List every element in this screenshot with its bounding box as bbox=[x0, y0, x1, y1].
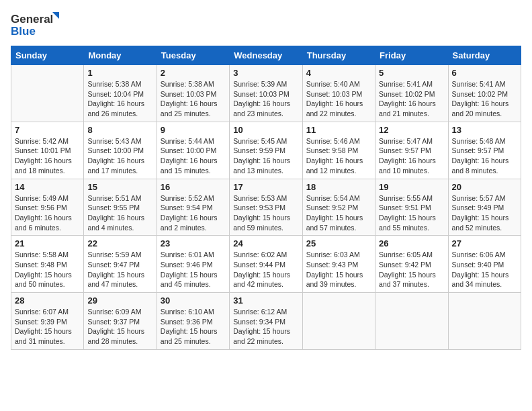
day-number: 11 bbox=[306, 125, 371, 135]
header: GeneralBlue bbox=[11, 11, 521, 38]
calendar-cell: 5Sunrise: 5:41 AM Sunset: 10:02 PM Dayli… bbox=[375, 65, 448, 122]
day-number: 13 bbox=[452, 125, 517, 135]
day-number: 12 bbox=[379, 125, 444, 135]
day-number: 21 bbox=[15, 238, 80, 248]
calendar-cell: 24Sunrise: 6:02 AM Sunset: 9:44 PM Dayli… bbox=[230, 236, 302, 293]
day-number: 4 bbox=[306, 68, 371, 78]
calendar-cell bbox=[448, 293, 521, 350]
header-cell-sunday: Sunday bbox=[11, 46, 84, 65]
day-detail: Sunrise: 6:03 AM Sunset: 9:43 PM Dayligh… bbox=[306, 250, 371, 289]
calendar-cell: 4Sunrise: 5:40 AM Sunset: 10:03 PM Dayli… bbox=[302, 65, 375, 122]
calendar-cell: 23Sunrise: 6:01 AM Sunset: 9:46 PM Dayli… bbox=[157, 236, 229, 293]
logo: GeneralBlue bbox=[11, 11, 64, 38]
calendar-week-3: 14Sunrise: 5:49 AM Sunset: 9:56 PM Dayli… bbox=[11, 179, 521, 236]
day-number: 18 bbox=[306, 182, 371, 192]
day-detail: Sunrise: 6:01 AM Sunset: 9:46 PM Dayligh… bbox=[161, 250, 226, 289]
header-cell-monday: Monday bbox=[84, 46, 157, 65]
day-number: 9 bbox=[161, 125, 226, 135]
calendar-cell: 12Sunrise: 5:47 AM Sunset: 9:57 PM Dayli… bbox=[375, 122, 448, 179]
header-cell-tuesday: Tuesday bbox=[157, 46, 229, 65]
calendar-cell: 7Sunrise: 5:42 AM Sunset: 10:01 PM Dayli… bbox=[11, 122, 84, 179]
calendar-cell: 19Sunrise: 5:55 AM Sunset: 9:51 PM Dayli… bbox=[375, 179, 448, 236]
day-detail: Sunrise: 5:48 AM Sunset: 9:57 PM Dayligh… bbox=[452, 136, 517, 176]
day-number: 28 bbox=[15, 295, 80, 306]
day-number: 5 bbox=[379, 68, 444, 78]
calendar-week-2: 7Sunrise: 5:42 AM Sunset: 10:01 PM Dayli… bbox=[11, 122, 521, 179]
day-detail: Sunrise: 6:02 AM Sunset: 9:44 PM Dayligh… bbox=[233, 250, 298, 289]
calendar-cell: 17Sunrise: 5:53 AM Sunset: 9:53 PM Dayli… bbox=[230, 179, 302, 236]
calendar-table: SundayMondayTuesdayWednesdayThursdayFrid… bbox=[11, 46, 521, 350]
day-number: 27 bbox=[452, 238, 517, 248]
day-detail: Sunrise: 6:05 AM Sunset: 9:42 PM Dayligh… bbox=[379, 250, 444, 289]
day-number: 6 bbox=[452, 68, 517, 78]
day-detail: Sunrise: 5:44 AM Sunset: 10:00 PM Daylig… bbox=[161, 136, 226, 176]
header-cell-friday: Friday bbox=[375, 46, 448, 65]
header-cell-wednesday: Wednesday bbox=[230, 46, 302, 65]
day-detail: Sunrise: 5:42 AM Sunset: 10:01 PM Daylig… bbox=[15, 136, 80, 176]
calendar-cell: 10Sunrise: 5:45 AM Sunset: 9:59 PM Dayli… bbox=[230, 122, 302, 179]
calendar-cell: 26Sunrise: 6:05 AM Sunset: 9:42 PM Dayli… bbox=[375, 236, 448, 293]
day-number: 29 bbox=[87, 295, 152, 306]
svg-text:Blue: Blue bbox=[11, 25, 36, 38]
calendar-week-1: 1Sunrise: 5:38 AM Sunset: 10:04 PM Dayli… bbox=[11, 65, 521, 122]
day-detail: Sunrise: 5:41 AM Sunset: 10:02 PM Daylig… bbox=[379, 79, 444, 119]
day-detail: Sunrise: 5:46 AM Sunset: 9:58 PM Dayligh… bbox=[306, 136, 371, 176]
day-detail: Sunrise: 6:06 AM Sunset: 9:40 PM Dayligh… bbox=[452, 250, 517, 289]
day-number: 24 bbox=[233, 238, 298, 248]
day-number: 3 bbox=[233, 68, 298, 78]
calendar-cell: 29Sunrise: 6:09 AM Sunset: 9:37 PM Dayli… bbox=[84, 293, 157, 350]
calendar-cell: 31Sunrise: 6:12 AM Sunset: 9:34 PM Dayli… bbox=[230, 293, 302, 350]
day-detail: Sunrise: 5:49 AM Sunset: 9:56 PM Dayligh… bbox=[15, 193, 80, 233]
day-number: 14 bbox=[15, 182, 80, 192]
calendar-cell: 21Sunrise: 5:58 AM Sunset: 9:48 PM Dayli… bbox=[11, 236, 84, 293]
day-detail: Sunrise: 5:40 AM Sunset: 10:03 PM Daylig… bbox=[306, 79, 371, 119]
day-detail: Sunrise: 5:55 AM Sunset: 9:51 PM Dayligh… bbox=[379, 193, 444, 233]
calendar-cell bbox=[375, 293, 448, 350]
day-detail: Sunrise: 5:38 AM Sunset: 10:03 PM Daylig… bbox=[161, 79, 226, 119]
calendar-cell: 20Sunrise: 5:57 AM Sunset: 9:49 PM Dayli… bbox=[448, 179, 521, 236]
day-detail: Sunrise: 5:39 AM Sunset: 10:03 PM Daylig… bbox=[233, 79, 298, 119]
calendar-cell: 6Sunrise: 5:41 AM Sunset: 10:02 PM Dayli… bbox=[448, 65, 521, 122]
calendar-cell bbox=[302, 293, 375, 350]
day-detail: Sunrise: 5:45 AM Sunset: 9:59 PM Dayligh… bbox=[233, 136, 298, 176]
day-number: 25 bbox=[306, 238, 371, 248]
day-detail: Sunrise: 6:12 AM Sunset: 9:34 PM Dayligh… bbox=[233, 307, 298, 347]
day-detail: Sunrise: 6:07 AM Sunset: 9:39 PM Dayligh… bbox=[15, 307, 80, 347]
day-number: 22 bbox=[87, 238, 152, 248]
day-detail: Sunrise: 5:43 AM Sunset: 10:00 PM Daylig… bbox=[87, 136, 152, 176]
header-cell-thursday: Thursday bbox=[302, 46, 375, 65]
calendar-header-row: SundayMondayTuesdayWednesdayThursdayFrid… bbox=[11, 46, 521, 65]
calendar-cell: 1Sunrise: 5:38 AM Sunset: 10:04 PM Dayli… bbox=[84, 65, 157, 122]
calendar-cell: 14Sunrise: 5:49 AM Sunset: 9:56 PM Dayli… bbox=[11, 179, 84, 236]
logo-svg: GeneralBlue bbox=[11, 11, 64, 38]
calendar-cell: 16Sunrise: 5:52 AM Sunset: 9:54 PM Dayli… bbox=[157, 179, 229, 236]
calendar-cell: 28Sunrise: 6:07 AM Sunset: 9:39 PM Dayli… bbox=[11, 293, 84, 350]
calendar-cell: 9Sunrise: 5:44 AM Sunset: 10:00 PM Dayli… bbox=[157, 122, 229, 179]
calendar-cell bbox=[11, 65, 84, 122]
day-detail: Sunrise: 5:59 AM Sunset: 9:47 PM Dayligh… bbox=[87, 250, 152, 289]
calendar-cell: 18Sunrise: 5:54 AM Sunset: 9:52 PM Dayli… bbox=[302, 179, 375, 236]
day-detail: Sunrise: 5:54 AM Sunset: 9:52 PM Dayligh… bbox=[306, 193, 371, 233]
calendar-body: 1Sunrise: 5:38 AM Sunset: 10:04 PM Dayli… bbox=[11, 65, 521, 350]
day-number: 20 bbox=[452, 182, 517, 192]
day-detail: Sunrise: 5:58 AM Sunset: 9:48 PM Dayligh… bbox=[15, 250, 80, 289]
calendar-week-5: 28Sunrise: 6:07 AM Sunset: 9:39 PM Dayli… bbox=[11, 293, 521, 350]
calendar-cell: 13Sunrise: 5:48 AM Sunset: 9:57 PM Dayli… bbox=[448, 122, 521, 179]
day-detail: Sunrise: 6:09 AM Sunset: 9:37 PM Dayligh… bbox=[87, 307, 152, 347]
day-number: 17 bbox=[233, 182, 298, 192]
day-number: 8 bbox=[87, 125, 152, 135]
day-number: 1 bbox=[87, 68, 152, 78]
calendar-cell: 11Sunrise: 5:46 AM Sunset: 9:58 PM Dayli… bbox=[302, 122, 375, 179]
calendar-week-4: 21Sunrise: 5:58 AM Sunset: 9:48 PM Dayli… bbox=[11, 236, 521, 293]
day-number: 19 bbox=[379, 182, 444, 192]
day-detail: Sunrise: 5:41 AM Sunset: 10:02 PM Daylig… bbox=[452, 79, 517, 119]
day-detail: Sunrise: 6:10 AM Sunset: 9:36 PM Dayligh… bbox=[161, 307, 226, 347]
day-detail: Sunrise: 5:51 AM Sunset: 9:55 PM Dayligh… bbox=[87, 193, 152, 233]
svg-text:General: General bbox=[11, 13, 53, 26]
calendar-cell: 8Sunrise: 5:43 AM Sunset: 10:00 PM Dayli… bbox=[84, 122, 157, 179]
day-detail: Sunrise: 5:57 AM Sunset: 9:49 PM Dayligh… bbox=[452, 193, 517, 233]
day-number: 15 bbox=[87, 182, 152, 192]
calendar-cell: 2Sunrise: 5:38 AM Sunset: 10:03 PM Dayli… bbox=[157, 65, 229, 122]
day-number: 16 bbox=[161, 182, 226, 192]
svg-marker-2 bbox=[52, 12, 59, 19]
